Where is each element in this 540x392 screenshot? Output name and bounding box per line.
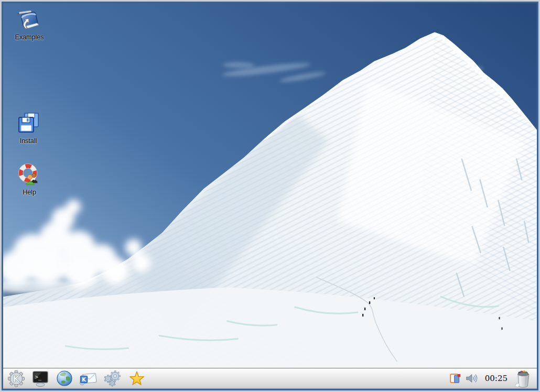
favorites-star-button[interactable]	[127, 369, 146, 388]
wallpaper-alpamayo	[3, 3, 537, 368]
desktop-icon-label: Install	[20, 138, 37, 145]
desktop-area: Examples Install	[3, 3, 537, 368]
favorites-star-icon	[127, 369, 146, 388]
trash-full-icon	[514, 368, 533, 388]
svg-text:>_: >_	[35, 374, 42, 380]
examples-notebook-icon	[17, 7, 42, 32]
floppy-disks-icon	[16, 111, 41, 136]
taskbar-panel: K >_	[3, 368, 537, 389]
volume-tray-button[interactable]	[465, 372, 478, 385]
svg-text:K: K	[13, 374, 20, 384]
desktop-icon-label: Help	[23, 189, 36, 197]
desktop-icon-install[interactable]: Install	[6, 111, 50, 145]
trash-button[interactable]	[514, 368, 533, 388]
konsole-terminal-icon: >_	[31, 369, 50, 388]
web-browser-button[interactable]	[55, 369, 74, 388]
clipboard-tray-button[interactable]	[449, 372, 462, 385]
desktop-icon-help[interactable]: Help	[7, 162, 51, 197]
svg-text:K: K	[82, 376, 87, 383]
volume-tray-icon	[465, 372, 478, 385]
kontact-mail-icon: K	[79, 369, 98, 388]
panel-clock[interactable]: 00:25	[485, 374, 507, 383]
clipboard-tray-icon	[449, 372, 462, 385]
kmenu-icon: K	[7, 369, 26, 388]
system-settings-gears-icon	[103, 369, 122, 388]
kontact-button[interactable]: K	[79, 369, 98, 388]
system-settings-button[interactable]	[103, 369, 122, 388]
kmenu-button[interactable]: K	[7, 369, 26, 388]
panel-launchers: K >_	[7, 369, 146, 388]
konsole-button[interactable]: >_	[31, 369, 50, 388]
desktop-icon-examples[interactable]: Examples	[7, 7, 51, 41]
desktop-icon-label: Examples	[15, 34, 44, 41]
lifebuoy-help-icon	[17, 162, 42, 188]
web-browser-globe-icon	[55, 369, 74, 388]
system-tray	[449, 372, 478, 385]
desktop-screen: Examples Install	[0, 0, 540, 392]
